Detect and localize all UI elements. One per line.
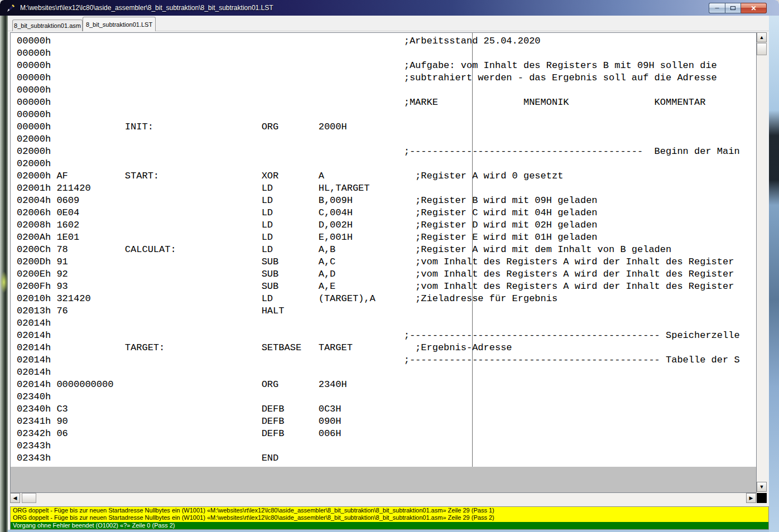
assembler-message-list: ORG doppelt - Füge bis zur neuen Startad… xyxy=(10,506,769,530)
listing-line: 02013h 76 HALT xyxy=(17,305,756,317)
listing-line: 00000h ;MARKE MNEMONIK KOMMENTAR xyxy=(17,96,756,109)
message-row-warning[interactable]: ORG doppelt - Füge bis zur neuen Startad… xyxy=(11,507,768,514)
minimize-button[interactable]: ─ xyxy=(709,3,725,13)
listing-line: 02001h 211420 LD HL,TARGET xyxy=(17,182,756,195)
listing-line: 02008h 1602 LD D,002H ;Register D wird m… xyxy=(17,219,756,231)
listing-line: 02014h xyxy=(17,317,756,330)
listing-line: 02010h 321420 LD (TARGET),A ;Zieladresse… xyxy=(17,293,756,305)
listing-line: 00000h ;Aufgabe: vom Inhalt des Register… xyxy=(17,60,756,72)
listing-line: 0200Fh 93 SUB A,E ;vom Inhalt des Regist… xyxy=(17,280,756,293)
listing-line: 02340h C3 DEFB 0C3H xyxy=(17,403,756,415)
listing-line: 02000h AF START: XOR A ;Register A wird … xyxy=(17,170,756,182)
listing-line: 02004h 0609 LD B,009H ;Register B wird m… xyxy=(17,195,756,207)
vertical-scroll-thumb[interactable] xyxy=(757,43,767,55)
close-button[interactable]: ✕ xyxy=(741,3,767,13)
listing-line: 00000h ;subtrahiert werden - das Ergebni… xyxy=(17,72,756,84)
vertical-scrollbar[interactable]: ▲ ▼ xyxy=(757,32,767,493)
listing-line: 02343h xyxy=(17,440,756,452)
listing-line: 02000h xyxy=(17,133,756,146)
column-guide-line xyxy=(472,33,473,467)
listing-line: 02014h xyxy=(17,366,756,379)
scroll-up-button[interactable]: ▲ xyxy=(757,32,767,42)
listing-line: 0200Dh 91 SUB A,C ;vom Inhalt des Regist… xyxy=(17,256,756,268)
horizontal-scroll-thumb[interactable] xyxy=(22,493,36,503)
tab-strip: 8_bit_subtraktion01.asm 8_bit_subtraktio… xyxy=(8,16,769,31)
message-row-warning[interactable]: ORG doppelt - Füge bis zur neuen Startad… xyxy=(11,514,768,521)
scroll-left-button[interactable]: ◀ xyxy=(10,493,20,503)
listing-line: 02340h xyxy=(17,391,756,403)
listing-line: 0200Ah 1E01 LD E,001H ;Register E wird m… xyxy=(17,231,756,244)
listing-line: 00000h xyxy=(17,109,756,121)
listing-line: 02342h 06 DEFB 006H xyxy=(17,428,756,440)
window-controls: ─ ✕ xyxy=(709,3,767,13)
listing-line: 02341h 90 DEFB 090H xyxy=(17,415,756,428)
window-border-left xyxy=(0,16,8,532)
listing-line: 00000h xyxy=(17,84,756,96)
listing-line: 00000h ;Arbeitsstand 25.04.2020 xyxy=(17,35,756,47)
listing-editor-area[interactable]: 00000h ;Arbeitsstand 25.04.202000000h000… xyxy=(11,33,756,467)
listing-line: 00000h xyxy=(17,47,756,60)
window-border-right xyxy=(769,16,779,532)
listing-line: 02014h ;--------------------------------… xyxy=(17,354,756,366)
listing-line: 0200Eh 92 SUB A,D ;vom Inhalt des Regist… xyxy=(17,268,756,280)
listing-line: 02014h 0000000000 ORG 2340H xyxy=(17,379,756,391)
listing-line: 02000h xyxy=(17,158,756,170)
listing-line: 00000h INIT: ORG 2000H xyxy=(17,121,756,133)
tab-asm-file[interactable]: 8_bit_subtraktion01.asm xyxy=(12,20,83,31)
message-row-success[interactable]: Vorgang ohne Fehler beendet (O1002) «?» … xyxy=(11,522,768,529)
window-border-bottom xyxy=(8,530,769,532)
scroll-down-button[interactable]: ▼ xyxy=(757,482,767,492)
maximize-icon xyxy=(730,6,735,10)
scrollbar-corner xyxy=(757,493,767,503)
maximize-button[interactable] xyxy=(725,3,741,13)
title-bar[interactable]: M:\websites\rt\lex12\lc80\aside_assemble… xyxy=(0,0,779,16)
listing-line: 02006h 0E04 LD C,004H ;Register C wird m… xyxy=(17,207,756,219)
listing-line: 02014h ;--------------------------------… xyxy=(17,330,756,342)
listing-line: 02343h END xyxy=(17,452,756,465)
horizontal-scrollbar[interactable]: ◀ ▶ xyxy=(10,493,757,503)
window-title: M:\websites\rt\lex12\lc80\aside_assemble… xyxy=(20,4,273,12)
pencil-icon xyxy=(7,3,16,12)
listing-line: 0200Ch 78 CALCULAT: LD A,B ;Register A w… xyxy=(17,244,756,256)
scroll-right-button[interactable]: ▶ xyxy=(746,493,756,503)
application-window: M:\websites\rt\lex12\lc80\aside_assemble… xyxy=(0,0,779,532)
listing-line: 02000h ;--------------------------------… xyxy=(17,146,756,158)
listing-panel: 00000h ;Arbeitsstand 25.04.202000000h000… xyxy=(10,32,757,493)
listing-line: 02014h TARGET: SETBASE TARGET ;Ergebnis-… xyxy=(17,342,756,354)
tab-lst-file[interactable]: 8_bit_subtraktion01.LST xyxy=(83,17,156,31)
